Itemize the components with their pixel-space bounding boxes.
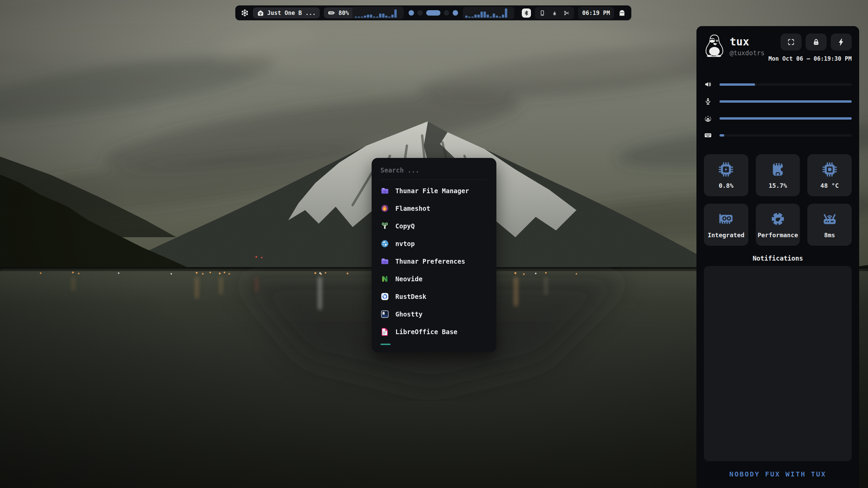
app-list-item[interactable]: Ghostty	[380, 305, 488, 323]
app-label: Neovide	[395, 275, 422, 283]
ghostty-icon	[380, 310, 389, 319]
graph-bar	[490, 17, 492, 18]
graph-bar	[355, 17, 357, 18]
app-list-item[interactable]: Neovide	[380, 270, 488, 288]
workspace-dot[interactable]	[409, 10, 414, 16]
gauge-icon	[770, 211, 786, 227]
workspace-dot[interactable]	[444, 10, 449, 16]
graph-bar	[361, 17, 363, 18]
slider-section	[704, 80, 852, 139]
app-label: Flameshot	[395, 205, 430, 212]
quick-button[interactable]	[806, 34, 827, 50]
network-graph	[463, 7, 514, 19]
screenshot-region-icon	[787, 38, 795, 46]
slider-row	[704, 131, 852, 139]
app-label: nvtop	[395, 240, 415, 247]
graph-bar	[474, 15, 477, 18]
slider-track[interactable]	[719, 134, 852, 137]
profile-right-column: Mon Oct 06 – 06:19:30 PM	[768, 34, 852, 62]
slider-track[interactable]	[719, 83, 852, 86]
graph-bar	[367, 15, 369, 18]
cpu-graph	[352, 7, 404, 19]
app-list: Thunar File Manager Flameshot CopyQ nvto…	[380, 182, 488, 341]
graph-bar	[358, 17, 360, 18]
clock-widget[interactable]: 06:19 PM	[578, 7, 614, 19]
stat-tile: Performance	[756, 204, 800, 246]
stat-tile: 15.7%	[756, 154, 800, 196]
footer-motto: NOBODY FUX WITH TUX	[704, 470, 852, 478]
slider-fill[interactable]	[719, 134, 724, 137]
slider-fill[interactable]	[719, 83, 755, 86]
flame-icon[interactable]	[551, 10, 558, 16]
home-wifi-icon	[257, 9, 264, 17]
app-list-item[interactable]: RustDesk	[380, 288, 488, 305]
app-list-item[interactable]: Flameshot	[380, 200, 488, 217]
folder-icon	[380, 257, 389, 266]
graph-bar	[484, 12, 486, 18]
stat-label: Integrated	[708, 231, 744, 239]
neovide-icon	[380, 274, 389, 283]
bluetooth-button[interactable]	[522, 8, 531, 18]
app-label: Ghostty	[395, 310, 422, 318]
slider-row	[704, 114, 852, 122]
graph-bar	[468, 17, 471, 18]
workspace-dot[interactable]	[453, 10, 458, 16]
network-label: Just One B ...	[267, 9, 316, 16]
app-list-item[interactable]: LibreOffice Base	[380, 323, 488, 341]
app-list-item[interactable]: Thunar File Manager	[380, 182, 488, 200]
workspace-dot[interactable]	[417, 10, 423, 16]
graph-bar	[379, 14, 381, 18]
app-launcher: Search ... Thunar File Manager Flameshot…	[372, 158, 496, 352]
ghost-icon[interactable]	[618, 9, 626, 17]
search-row: Search ...	[380, 158, 488, 180]
graph-bar	[382, 14, 384, 18]
workspace-indicators	[409, 10, 458, 16]
app-label: CopyQ	[395, 222, 415, 230]
notifications-title: Notifications	[704, 255, 852, 262]
slider-fill[interactable]	[719, 117, 852, 120]
ram-icon	[770, 162, 786, 177]
quick-button[interactable]	[781, 34, 802, 50]
stat-label: 0.8%	[719, 182, 733, 189]
topbar-center-group	[352, 7, 514, 19]
phone-icon[interactable]	[539, 10, 546, 16]
graph-bar	[480, 12, 483, 18]
search-input[interactable]: Search ...	[380, 166, 419, 174]
stats-grid: 0.8% 15.7% 48 °C Integrated Performance	[704, 154, 852, 246]
control-sidebar: tux @tuxdotrs Mon Oct 0	[696, 26, 859, 488]
graph-bar	[370, 15, 372, 18]
stat-label: 8ms	[824, 231, 835, 239]
slider-track[interactable]	[719, 117, 852, 120]
stat-tile: Integrated	[704, 204, 748, 246]
app-list-item[interactable]: Thunar Preferences	[380, 252, 488, 270]
app-list-item[interactable]: nvtop	[380, 235, 488, 252]
graph-bar	[487, 15, 489, 18]
speaker-icon	[704, 80, 712, 88]
scissors-icon[interactable]	[564, 10, 570, 16]
graph-bar	[364, 16, 366, 18]
gpu-icon	[718, 211, 734, 227]
stat-label: 15.7%	[769, 182, 787, 189]
graph-bar	[388, 17, 391, 18]
graph-bar	[376, 17, 378, 18]
copyq-icon	[380, 222, 389, 230]
identity-block: tux @tuxdotrs	[730, 34, 765, 57]
slider-fill[interactable]	[719, 100, 852, 103]
bluetooth-icon	[523, 10, 530, 16]
graph-bar	[499, 17, 501, 18]
flameshot-icon	[380, 204, 389, 213]
keyboard-icon	[704, 131, 712, 139]
notifications-panel	[704, 266, 852, 461]
quick-button[interactable]	[831, 34, 852, 50]
workspace-dot[interactable]	[426, 10, 440, 16]
app-list-item[interactable]: CopyQ	[380, 217, 488, 235]
tux-avatar	[704, 34, 725, 58]
brightness-icon	[704, 114, 712, 122]
graph-bar	[493, 14, 495, 18]
graph-bar	[496, 16, 498, 18]
slider-track[interactable]	[719, 100, 852, 103]
graph-bar	[394, 9, 397, 18]
distro-snowflake-icon[interactable]	[241, 9, 249, 17]
top-bar: Just One B ... 80% 0W 06:19 PM	[235, 5, 631, 20]
network-widget[interactable]: Just One B ...	[253, 7, 320, 18]
